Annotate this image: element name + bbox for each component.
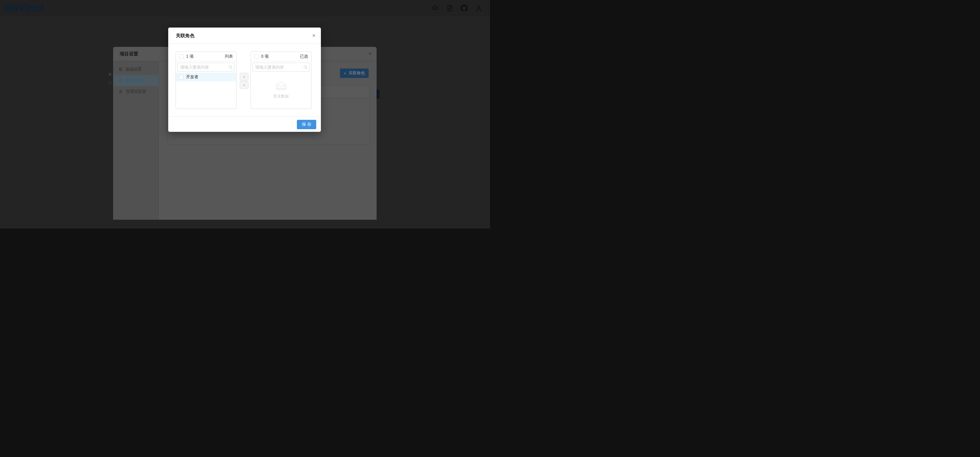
project-settings-close-icon[interactable]: × — [368, 47, 372, 60]
empty-box-icon — [274, 81, 288, 92]
transfer-source-count: 1 项 — [186, 54, 194, 59]
transfer-source-search — [177, 63, 235, 71]
relate-roles-title: 关联角色 — [176, 27, 195, 44]
transfer-source-header: 1 项 列表 — [176, 52, 236, 61]
empty-state-text: 暂无数据 — [274, 94, 289, 99]
relate-roles-modal: 关联角色 × 1 项 列表 开发者 — [168, 27, 321, 132]
move-left-button[interactable]: < — [240, 81, 248, 89]
empty-state: 暂无数据 — [251, 71, 311, 109]
cloud-download-icon[interactable] — [431, 5, 438, 12]
search-input[interactable] — [177, 63, 235, 71]
transfer-target-title: 已选 — [300, 54, 308, 59]
transfer-target-header: 0 项 已选 — [251, 52, 311, 61]
transfer-source-list: 开发者 — [176, 73, 236, 81]
sidebar-item-label: 基础设置 — [126, 67, 142, 72]
transfer-target-search — [252, 63, 310, 71]
registered-icon: R — [118, 78, 123, 83]
move-right-button[interactable]: > — [240, 73, 248, 81]
relate-roles-close-icon[interactable]: × — [312, 27, 316, 43]
relate-roles-modal-header: 关联角色 × — [168, 27, 321, 44]
background-clipped-blue-button — [377, 89, 380, 99]
item-checkbox[interactable] — [179, 75, 183, 79]
search-icon — [228, 65, 233, 70]
sidebar-item-label: 管理员设置 — [126, 89, 146, 94]
project-settings-title: 项目设置 — [119, 47, 138, 61]
file-document-icon[interactable] — [446, 5, 453, 12]
transfer-source-panel: 1 项 列表 开发者 — [175, 52, 237, 109]
sidebar-item-role-management[interactable]: R 角色管理 — [113, 75, 159, 86]
transfer-target-panel: 0 项 已选 暂无数据 — [251, 52, 312, 109]
save-button[interactable]: 保 存 — [297, 120, 316, 129]
search-input[interactable] — [252, 63, 310, 71]
app-header: daVinci — [0, 0, 490, 16]
davinci-logo[interactable]: daVinci — [4, 2, 44, 13]
sidebar-item-label: 角色管理 — [126, 78, 142, 83]
transfer-target-count: 0 项 — [261, 54, 269, 59]
user-icon[interactable] — [475, 5, 482, 12]
background-clipped-text: x — [109, 71, 111, 77]
list-item-label: 开发者 — [186, 75, 199, 80]
plus-icon: + — [344, 71, 346, 76]
user-outline-icon — [118, 90, 123, 94]
background-clipped-text: xi — [108, 80, 111, 85]
sidebar-item-basic-settings[interactable]: ⚙ 基础设置 — [113, 64, 159, 75]
gear-icon: ⚙ — [118, 67, 123, 72]
relate-role-button[interactable]: + 关联角色 — [340, 68, 369, 78]
search-icon — [303, 65, 308, 70]
project-settings-sidebar: ⚙ 基础设置 R 角色管理 管理员设置 — [113, 61, 159, 220]
github-icon[interactable] — [461, 5, 468, 12]
screen: daVinci x xi 项目设置 — [0, 0, 490, 228]
select-all-checkbox[interactable] — [254, 54, 258, 59]
sidebar-item-admin-settings[interactable]: 管理员设置 — [113, 86, 159, 97]
list-item-developer[interactable]: 开发者 — [176, 73, 236, 81]
relate-role-button-label: 关联角色 — [348, 71, 365, 76]
select-all-checkbox[interactable] — [179, 54, 183, 59]
transfer-source-title: 列表 — [225, 54, 233, 59]
relate-roles-modal-footer: 保 存 — [168, 117, 321, 132]
